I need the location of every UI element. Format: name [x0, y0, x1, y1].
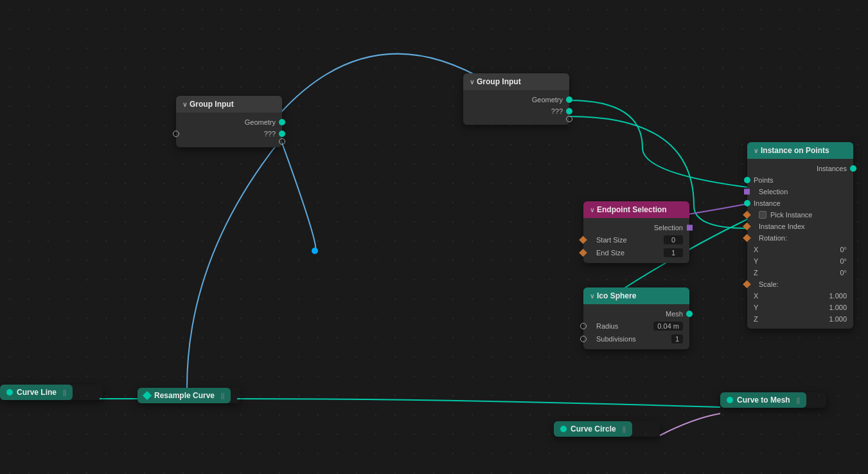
- rotation-x-row: X 0°: [747, 244, 853, 255]
- end-size-value: 1: [664, 248, 683, 257]
- curve-to-mesh-title: Curve to Mesh: [737, 396, 790, 405]
- resample-curve-title: Resample Curve: [154, 391, 215, 400]
- geometry-socket-2[interactable]: [566, 96, 572, 103]
- rotation-z-row: Z 0°: [747, 267, 853, 278]
- empty-socket-1[interactable]: [279, 138, 285, 145]
- curve-line-collapse: ||: [63, 389, 66, 396]
- geometry-row-2: Geometry: [463, 94, 569, 105]
- unknown-label-2: ???: [470, 107, 563, 115]
- instance-index-row: Instance Index: [747, 221, 853, 232]
- endpoint-selection-header[interactable]: ∨ Endpoint Selection: [583, 201, 689, 218]
- subdivisions-label: Subdivisions: [590, 335, 636, 343]
- curve-circle-collapse: ||: [623, 426, 626, 433]
- end-size-socket[interactable]: [579, 249, 587, 257]
- pick-instance-label: Pick Instance: [770, 211, 812, 219]
- rotation-y-value: 0°: [840, 257, 847, 265]
- rotation-y-label: Y: [754, 257, 758, 265]
- selection-socket[interactable]: [744, 189, 750, 195]
- curve-circle-left-socket[interactable]: [560, 426, 567, 432]
- curve-line-title: Curve Line: [17, 388, 57, 397]
- unknown-label-1: ???: [182, 130, 276, 138]
- subdivisions-row: Subdivisions 1: [583, 333, 689, 345]
- points-label: Points: [754, 176, 847, 184]
- instance-index-label: Instance Index: [754, 223, 847, 230]
- curve-to-mesh-left-socket[interactable]: [727, 397, 733, 403]
- curve-line-left-socket[interactable]: [6, 389, 13, 396]
- group-input-2-header[interactable]: ∨ Group Input: [463, 73, 569, 90]
- selection-output-row: Selection: [583, 222, 689, 233]
- end-size-label: End Size: [590, 249, 624, 257]
- mesh-output-socket[interactable]: [686, 311, 693, 317]
- group-input-2-body: Geometry ???: [463, 90, 569, 125]
- scale-x-label: X: [754, 292, 758, 300]
- curve-to-mesh-collapse: ||: [797, 397, 800, 404]
- radius-socket[interactable]: [580, 323, 587, 329]
- geometry-row-1: Geometry: [176, 116, 282, 128]
- resample-curve-left-socket[interactable]: [143, 391, 152, 400]
- group-input-node-2: ∨ Group Input Geometry ???: [463, 73, 569, 125]
- curve-line-node: Curve Line ||: [0, 385, 103, 400]
- chevron-icon-iop: ∨: [754, 147, 758, 154]
- scale-socket[interactable]: [743, 280, 751, 289]
- chevron-icon-2: ∨: [470, 78, 474, 86]
- instance-on-points-header[interactable]: ∨ Instance on Points: [747, 142, 853, 159]
- scale-z-row: Z 1.000: [747, 313, 853, 325]
- scale-y-value: 1.000: [829, 304, 847, 311]
- resample-curve-collapse: ||: [221, 392, 224, 399]
- unknown-socket-2[interactable]: [566, 108, 572, 114]
- empty-row-2: [463, 117, 569, 121]
- instance-row: Instance: [747, 197, 853, 209]
- selection-output-label: Selection: [590, 224, 683, 232]
- instance-label: Instance: [754, 199, 847, 207]
- endpoint-selection-node: ∨ Endpoint Selection Selection Start Siz…: [583, 201, 689, 263]
- points-row: Points: [747, 174, 853, 186]
- points-socket[interactable]: [744, 177, 750, 183]
- geometry-socket-1[interactable]: [279, 119, 285, 125]
- empty-socket-2[interactable]: [566, 116, 572, 122]
- instance-on-points-body: Instances Points Selection Instance Pick…: [747, 159, 853, 329]
- pick-instance-socket[interactable]: [743, 211, 751, 219]
- selection-label: Selection: [754, 188, 847, 196]
- pick-instance-checkbox[interactable]: [759, 211, 766, 219]
- selection-output-socket[interactable]: [687, 225, 693, 231]
- group-input-1-title: Group Input: [190, 100, 234, 109]
- svg-point-0: [312, 248, 318, 254]
- start-size-socket[interactable]: [579, 236, 587, 244]
- group-input-1-body: Geometry ???: [176, 113, 282, 147]
- unknown-socket-1[interactable]: [279, 131, 285, 137]
- instance-on-points-title: Instance on Points: [761, 146, 829, 155]
- scale-z-label: Z: [754, 315, 758, 323]
- rotation-socket[interactable]: [743, 234, 751, 242]
- ico-sphere-header[interactable]: ∨ Ico Sphere: [583, 287, 689, 304]
- rotation-y-row: Y 0°: [747, 255, 853, 267]
- group-input-node-1: ∨ Group Input Geometry ???: [176, 96, 282, 147]
- mesh-output-label: Mesh: [590, 310, 683, 318]
- instance-socket[interactable]: [744, 200, 750, 206]
- rotation-z-value: 0°: [840, 269, 847, 277]
- group-input-2-title: Group Input: [477, 77, 521, 86]
- mesh-output-row: Mesh: [583, 308, 689, 320]
- resample-curve-node: Resample Curve ||: [137, 388, 240, 403]
- chevron-icon-es: ∨: [590, 206, 594, 214]
- selection-row: Selection: [747, 186, 853, 197]
- ico-sphere-body: Mesh Radius 0.04 m Subdivisions 1: [583, 304, 689, 349]
- ico-sphere-title: Ico Sphere: [597, 291, 636, 300]
- chevron-icon-1: ∨: [182, 101, 187, 108]
- unknown-left-socket-1[interactable]: [173, 131, 179, 137]
- scale-y-label: Y: [754, 304, 758, 311]
- rotation-row: Rotation:: [747, 232, 853, 244]
- scale-x-value: 1.000: [829, 292, 847, 300]
- instance-index-socket[interactable]: [743, 223, 751, 231]
- unknown-row-1: ???: [176, 128, 282, 140]
- subdivisions-socket[interactable]: [580, 336, 587, 342]
- radius-row: Radius 0.04 m: [583, 320, 689, 333]
- empty-row-1: [176, 140, 282, 143]
- scale-y-row: Y 1.000: [747, 302, 853, 313]
- pick-instance-row: Pick Instance: [747, 209, 853, 221]
- subdivisions-value: 1: [671, 334, 683, 343]
- group-input-1-header[interactable]: ∨ Group Input: [176, 96, 282, 113]
- instances-socket[interactable]: [850, 165, 856, 172]
- end-size-row: End Size 1: [583, 246, 689, 259]
- endpoint-selection-title: Endpoint Selection: [597, 205, 667, 214]
- start-size-label: Start Size: [590, 236, 627, 244]
